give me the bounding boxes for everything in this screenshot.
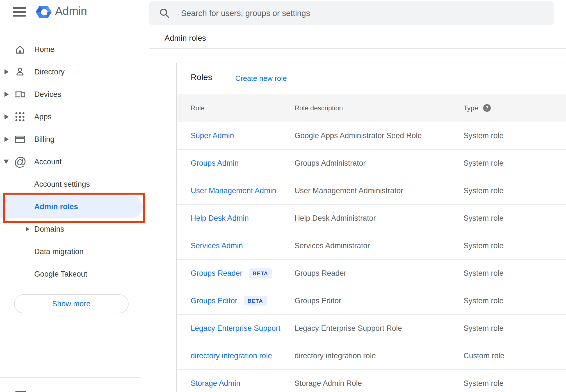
role-description: directory integration role xyxy=(295,352,376,360)
role-type: System role xyxy=(464,269,504,278)
table-row: Legacy Enterprise SupportLegacy Enterpri… xyxy=(177,315,566,342)
table-row: directory integration roledirectory inte… xyxy=(177,342,566,370)
role-cell: Super Admin xyxy=(191,131,234,140)
sidebar-item-admin-roles[interactable]: Admin roles xyxy=(0,195,149,218)
sidebar-item-account-settings[interactable]: Account settings xyxy=(0,173,149,195)
role-cell: directory integration role xyxy=(191,352,272,360)
sidebar-item-label: Devices xyxy=(34,90,61,99)
role-description: Help Desk Administrator xyxy=(295,214,376,223)
role-cell: User Management Admin xyxy=(191,186,276,195)
chevron-expanded-icon[interactable] xyxy=(4,160,9,164)
sidebar-nav: HomeDirectoryDevicesAppsBilling@AccountA… xyxy=(0,38,149,285)
role-link[interactable]: Groups Editor xyxy=(191,297,238,305)
apps-icon xyxy=(14,111,26,123)
role-cell: Groups ReaderBETA xyxy=(191,268,272,278)
table-row: Groups EditorBETAGroups EditorSystem rol… xyxy=(177,287,566,315)
table-row: Super AdminGoogle Apps Administrator See… xyxy=(177,122,566,150)
role-type: System role xyxy=(464,379,504,388)
sidebar-item-directory[interactable]: Directory xyxy=(0,61,149,83)
sidebar-item-google-takeout[interactable]: Google Takeout xyxy=(0,263,149,285)
sidebar-item-label: Admin roles xyxy=(34,202,78,211)
role-cell: Groups EditorBETA xyxy=(191,296,267,306)
chevron-collapsed-icon[interactable] xyxy=(4,69,9,74)
chevron-collapsed-icon[interactable] xyxy=(26,227,29,231)
role-description: Storage Admin Role xyxy=(295,379,362,388)
table-row: Help Desk AdminHelp Desk AdministratorSy… xyxy=(177,205,566,232)
breadcrumb-divider xyxy=(149,48,566,49)
role-cell: Help Desk Admin xyxy=(191,214,249,223)
chevron-collapsed-icon[interactable] xyxy=(4,92,9,97)
page-title: Roles xyxy=(191,72,212,82)
person-icon xyxy=(14,66,26,78)
show-more-button[interactable]: Show more xyxy=(14,294,129,313)
role-link[interactable]: Groups Reader xyxy=(191,269,243,278)
table-row: User Management AdminUser Management Adm… xyxy=(177,177,566,205)
help-icon[interactable]: ? xyxy=(483,104,491,112)
sidebar-item-domains[interactable]: Domains xyxy=(0,218,149,240)
role-link[interactable]: Super Admin xyxy=(191,131,234,140)
column-header-role: Role xyxy=(191,104,204,112)
sidebar-item-account[interactable]: @Account xyxy=(0,151,149,173)
column-header-role-description: Role description xyxy=(295,104,343,112)
create-new-role-link[interactable]: Create new role xyxy=(235,74,287,83)
role-description: Groups Reader xyxy=(295,269,346,278)
sidebar-item-billing[interactable]: Billing xyxy=(0,128,149,151)
role-type: System role xyxy=(464,297,504,305)
sidebar-footer-divider xyxy=(0,377,140,378)
admin-logo-icon xyxy=(36,4,52,20)
role-type: System role xyxy=(464,241,504,250)
sidebar-item-home[interactable]: Home xyxy=(0,38,149,61)
table-row: Groups AdminGroups AdministratorSystem r… xyxy=(177,150,566,177)
partial-feedback-icon xyxy=(15,391,26,392)
breadcrumb: Admin roles xyxy=(165,34,206,43)
sidebar-item-devices[interactable]: Devices xyxy=(0,83,149,106)
table-row: Groups ReaderBETAGroups ReaderSystem rol… xyxy=(177,260,566,287)
role-link[interactable]: Legacy Enterprise Support xyxy=(191,324,280,333)
beta-badge: BETA xyxy=(249,268,272,278)
role-link[interactable]: directory integration role xyxy=(191,352,272,360)
role-type: System role xyxy=(464,214,504,223)
role-link[interactable]: User Management Admin xyxy=(191,186,276,195)
sidebar: Admin HomeDirectoryDevicesAppsBilling@Ac… xyxy=(0,0,149,392)
app-title: Admin xyxy=(55,4,87,18)
role-type: System role xyxy=(464,159,504,168)
sidebar-item-label: Apps xyxy=(34,113,52,121)
chevron-collapsed-icon[interactable] xyxy=(4,137,9,142)
table-row: Services AdminServices AdministratorSyst… xyxy=(177,232,566,260)
role-description: Legacy Enterprise Support Role xyxy=(295,324,402,333)
role-link[interactable]: Storage Admin xyxy=(191,379,240,388)
google-admin-console: { "app": { "name": "Admin" }, "search": … xyxy=(0,0,566,392)
role-cell: Services Admin xyxy=(191,241,243,250)
chevron-collapsed-icon[interactable] xyxy=(4,114,9,119)
role-link[interactable]: Groups Admin xyxy=(191,159,239,168)
sidebar-item-data-migration[interactable]: Data migration xyxy=(0,240,149,263)
role-description: Google Apps Administrator Seed Role xyxy=(295,131,422,140)
role-type: System role xyxy=(464,186,504,195)
role-description: Services Administrator xyxy=(295,241,370,250)
role-type: Custom role xyxy=(464,352,505,360)
role-description: Groups Editor xyxy=(295,297,341,305)
at-icon: @ xyxy=(13,156,27,168)
sidebar-item-label: Data migration xyxy=(34,247,84,256)
sidebar-item-apps[interactable]: Apps xyxy=(0,106,149,128)
roles-card: Roles Create new role Role Role descript… xyxy=(176,63,566,392)
card-icon xyxy=(14,133,26,145)
sidebar-item-label: Account xyxy=(34,158,62,166)
role-link[interactable]: Services Admin xyxy=(191,241,243,250)
table-header: Role Role description Type ? xyxy=(177,94,566,122)
role-link[interactable]: Help Desk Admin xyxy=(191,214,249,223)
sidebar-item-label: Account settings xyxy=(34,180,90,189)
role-cell: Storage Admin xyxy=(191,379,240,388)
search-bar[interactable]: Search for users, groups or settings xyxy=(149,1,554,25)
search-placeholder: Search for users, groups or settings xyxy=(181,8,310,18)
search-icon xyxy=(159,7,170,19)
menu-hamburger-icon[interactable] xyxy=(13,7,26,17)
sidebar-item-label: Domains xyxy=(34,225,64,234)
roles-table: Super AdminGoogle Apps Administrator See… xyxy=(177,122,566,392)
sidebar-item-label: Directory xyxy=(34,68,65,76)
home-icon xyxy=(14,44,26,55)
sidebar-item-label: Billing xyxy=(34,135,54,144)
role-type: System role xyxy=(464,131,504,140)
role-cell: Legacy Enterprise Support xyxy=(191,324,280,333)
sidebar-item-label: Google Takeout xyxy=(34,270,87,279)
